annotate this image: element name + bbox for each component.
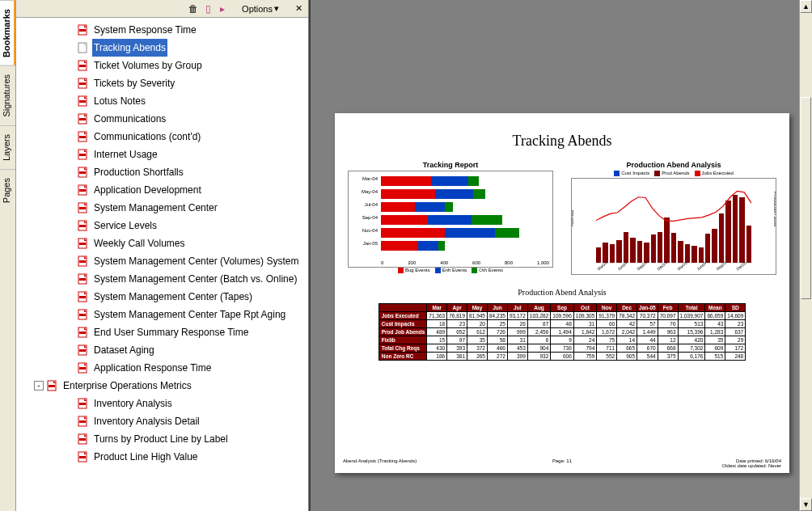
bookmark-label: Turns by Product Line by Label (92, 430, 230, 448)
new-bookmark-icon[interactable]: ▯ (201, 2, 214, 15)
bookmark-item[interactable]: System Management Center (Tapes) (16, 288, 308, 306)
svg-rect-24 (79, 243, 86, 245)
bookmark-label: Internet Usage (92, 146, 159, 163)
table-cell: 29 (725, 336, 746, 344)
pdf-bookmark-icon (78, 256, 89, 267)
bookmark-item[interactable]: Tickets by Severity (16, 74, 308, 92)
bookmarks-pane: 🗑 ▯ ▸ Options ▾ ✕ System Response TimeTr… (16, 0, 309, 511)
pdf-bookmark-icon (78, 113, 89, 125)
chart1-bar-row (381, 202, 549, 212)
bookmark-label: System Response Time (92, 21, 198, 39)
table-cell: 430 (427, 344, 447, 353)
pdf-bookmark-icon (78, 95, 89, 107)
bookmark-item[interactable]: Weekly Call Volumes (16, 234, 308, 252)
bookmark-item[interactable]: Application Development (16, 181, 308, 199)
table-cell: 1,494 (551, 328, 574, 336)
bookmark-item[interactable]: Communications (cont'd) (16, 128, 308, 146)
vertical-scrollbar[interactable]: ▲ ▼ (799, 0, 812, 511)
chart1-bar-segment (438, 241, 445, 251)
table-cell: 43 (705, 320, 725, 328)
table-cell: 71,363 (427, 312, 447, 320)
svg-rect-14 (79, 154, 86, 156)
table-header-cell: Mean (705, 304, 725, 312)
table-header-cell: Jan-05 (637, 304, 658, 312)
pdf-bookmark-icon (78, 362, 89, 374)
table-cell: 14 (617, 336, 637, 344)
table-cell: 1,449 (637, 328, 658, 336)
table-cell: 15,396 (678, 328, 705, 336)
bookmark-item[interactable]: Service Levels (16, 217, 308, 234)
table-cell: 670 (637, 344, 658, 353)
trash-icon[interactable]: 🗑 (187, 2, 200, 15)
bookmark-label: Communications (92, 110, 167, 128)
bookmark-item[interactable]: Inventory Analysis Detail (16, 412, 308, 430)
bookmark-item[interactable]: System Response Time (16, 21, 308, 39)
abend-analysis-table: MarAprMayJunJulAugSepOctNovDecJan-05FebT… (379, 303, 746, 361)
bookmark-item[interactable]: System Management Center (Batch vs. Onli… (16, 270, 308, 288)
table-cell: 25 (487, 320, 507, 328)
pdf-bookmark-icon (78, 273, 89, 285)
scroll-thumb[interactable] (801, 97, 811, 299)
table-header-cell (379, 304, 427, 312)
table-header-cell: Nov (597, 304, 617, 312)
scroll-up-button[interactable]: ▲ (800, 0, 812, 13)
bookmark-item[interactable]: Internet Usage (16, 146, 308, 163)
options-menu[interactable]: Options ▾ (239, 3, 282, 14)
bookmark-item[interactable]: System Management Center (16, 199, 308, 217)
chart1-bar-segment (468, 176, 478, 186)
bookmark-item[interactable]: Application Response Time (16, 359, 308, 377)
bookmark-item[interactable]: Dataset Aging (16, 341, 308, 359)
side-tab-bookmarks[interactable]: Bookmarks (0, 0, 15, 65)
svg-rect-18 (79, 189, 86, 192)
chart1-title: Tracking Report (343, 161, 558, 169)
bookmark-item[interactable]: -Enterprise Operations Metrics (16, 377, 308, 395)
side-tab-layers[interactable]: Layers (0, 125, 15, 169)
bookmark-item[interactable]: Turns by Product Line by Label (16, 430, 308, 448)
table-header-row: MarAprMayJunJulAugSepOctNovDecJan-05FebT… (379, 304, 746, 312)
bookmark-item[interactable]: Lotus Notes (16, 92, 308, 110)
tracking-report-chart: Tracking Report Mar-04May-04Jul-04Sep-04… (343, 161, 558, 275)
table-cell: 86,659 (705, 312, 725, 320)
table-cell: 932 (527, 353, 551, 361)
svg-rect-42 (79, 403, 86, 405)
table-cell: 2,042 (617, 328, 637, 336)
pdf-bookmark-icon (78, 433, 89, 445)
table-cell: 26 (507, 320, 527, 328)
close-pane-button[interactable]: ✕ (292, 2, 305, 15)
bookmark-item[interactable]: Tracking Abends (16, 39, 308, 57)
svg-rect-48 (79, 456, 86, 458)
pdf-bookmark-icon (78, 344, 89, 356)
bookmark-label: System Management Center (Volumes) Syste… (92, 252, 300, 270)
bookmark-label: Inventory Analysis (92, 395, 174, 412)
bookmark-item[interactable]: Communications (16, 110, 308, 128)
bookmark-item[interactable]: System Management Center Tape Rpt Aging (16, 306, 308, 323)
expand-bookmark-icon[interactable]: ▸ (216, 2, 229, 15)
table-row: Prod Job Abends4896526127269992,4561,494… (379, 328, 746, 336)
bookmark-item[interactable]: System Management Center (Volumes) Syste… (16, 252, 308, 270)
bookmark-item[interactable]: Production Shortfalls (16, 163, 308, 181)
table-cell: 103,282 (527, 312, 551, 320)
chart1-bar-row (381, 228, 549, 238)
bookmark-item[interactable]: Ticket Volumes by Group (16, 57, 308, 74)
table-row-head: Non Zero RC (379, 353, 427, 361)
table-row: Fixlib15973558316924751444124203529 (379, 336, 746, 344)
expander-icon[interactable]: - (34, 381, 44, 391)
document-viewport[interactable]: Tracking Abends Tracking Report Mar-04Ma… (309, 0, 812, 511)
bookmarks-tree[interactable]: System Response TimeTracking AbendsTicke… (16, 18, 308, 511)
table-cell: 42 (617, 320, 637, 328)
svg-rect-10 (79, 118, 86, 120)
table-header-cell: Aug (527, 304, 551, 312)
bookmark-item[interactable]: End User Summary Response Time (16, 323, 308, 341)
pdf-bookmark-icon (78, 291, 89, 302)
bookmark-label: System Management Center Tape Rpt Aging (92, 306, 287, 323)
scroll-down-button[interactable]: ▼ (800, 498, 812, 511)
chart1-category-label: May-04 (350, 189, 379, 199)
side-tab-signatures[interactable]: Signatures (0, 65, 15, 125)
pdf-bookmark-icon (78, 238, 89, 249)
table-cell: 609 (705, 344, 725, 353)
table-header-cell: May (467, 304, 488, 312)
bookmark-item[interactable]: Product Line High Value (16, 448, 308, 466)
bookmark-item[interactable]: Inventory Analysis (16, 395, 308, 412)
table-cell: 1,039,907 (678, 312, 705, 320)
side-tab-pages[interactable]: Pages (0, 169, 15, 211)
